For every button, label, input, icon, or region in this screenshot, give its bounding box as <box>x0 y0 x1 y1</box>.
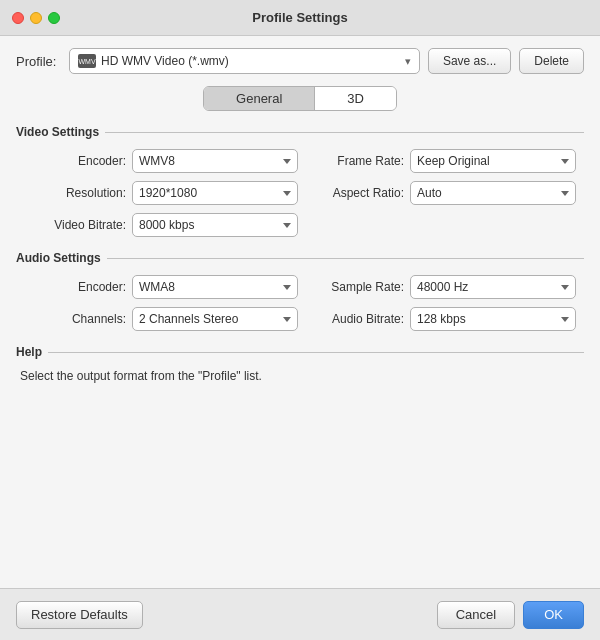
resolution-select[interactable]: 1920*1080 <box>132 181 298 205</box>
audio-section-line <box>107 258 584 259</box>
frame-rate-select[interactable]: Keep Original <box>410 149 576 173</box>
frame-rate-row: Frame Rate: Keep Original <box>314 149 576 173</box>
video-settings-grid: Encoder: WMV8 Frame Rate: Keep Original … <box>16 149 584 237</box>
audio-bitrate-row: Audio Bitrate: 128 kbps <box>314 307 576 331</box>
title-bar: Profile Settings <box>0 0 600 36</box>
video-settings-title: Video Settings <box>16 125 99 139</box>
audio-encoder-select[interactable]: WMA8 <box>132 275 298 299</box>
profile-value: HD WMV Video (*.wmv) <box>101 54 229 68</box>
video-bitrate-select[interactable]: 8000 kbps <box>132 213 298 237</box>
audio-bitrate-select[interactable]: 128 kbps <box>410 307 576 331</box>
tab-general[interactable]: General <box>204 87 315 110</box>
audio-encoder-row: Encoder: WMA8 <box>36 275 298 299</box>
frame-rate-label: Frame Rate: <box>314 154 404 168</box>
wmv-icon: WMV <box>78 54 96 68</box>
video-bitrate-label: Video Bitrate: <box>36 218 126 232</box>
help-section-line <box>48 352 584 353</box>
sample-rate-select[interactable]: 48000 Hz <box>410 275 576 299</box>
audio-bitrate-label: Audio Bitrate: <box>314 312 404 326</box>
audio-encoder-label: Encoder: <box>36 280 126 294</box>
profile-select[interactable]: WMV HD WMV Video (*.wmv) <box>69 48 420 74</box>
video-encoder-label: Encoder: <box>36 154 126 168</box>
channels-label: Channels: <box>36 312 126 326</box>
aspect-ratio-label: Aspect Ratio: <box>314 186 404 200</box>
audio-settings-header: Audio Settings <box>16 251 584 265</box>
main-content: Profile: WMV HD WMV Video (*.wmv) Save a… <box>0 36 600 588</box>
close-button[interactable] <box>12 12 24 24</box>
video-section-line <box>105 132 584 133</box>
maximize-button[interactable] <box>48 12 60 24</box>
sample-rate-row: Sample Rate: 48000 Hz <box>314 275 576 299</box>
channels-select[interactable]: 2 Channels Stereo <box>132 307 298 331</box>
aspect-ratio-row: Aspect Ratio: Auto <box>314 181 576 205</box>
audio-settings-title: Audio Settings <box>16 251 101 265</box>
save-as-button[interactable]: Save as... <box>428 48 511 74</box>
tab-3d[interactable]: 3D <box>315 87 396 110</box>
tabs-row: General 3D <box>16 86 584 111</box>
ok-button[interactable]: OK <box>523 601 584 629</box>
resolution-row: Resolution: 1920*1080 <box>36 181 298 205</box>
help-text: Select the output format from the "Profi… <box>16 369 584 383</box>
help-title: Help <box>16 345 42 359</box>
help-header: Help <box>16 345 584 359</box>
minimize-button[interactable] <box>30 12 42 24</box>
video-settings-section: Video Settings Encoder: WMV8 Frame Rate:… <box>16 125 584 237</box>
video-settings-header: Video Settings <box>16 125 584 139</box>
channels-row: Channels: 2 Channels Stereo <box>36 307 298 331</box>
audio-settings-section: Audio Settings Encoder: WMA8 Sample Rate… <box>16 251 584 331</box>
bottom-bar: Restore Defaults Cancel OK <box>0 588 600 640</box>
video-encoder-select[interactable]: WMV8 <box>132 149 298 173</box>
profile-label: Profile: <box>16 54 61 69</box>
traffic-lights <box>12 12 60 24</box>
delete-button[interactable]: Delete <box>519 48 584 74</box>
bottom-right-buttons: Cancel OK <box>437 601 584 629</box>
resolution-label: Resolution: <box>36 186 126 200</box>
video-encoder-row: Encoder: WMV8 <box>36 149 298 173</box>
window-title: Profile Settings <box>252 10 347 25</box>
aspect-ratio-select[interactable]: Auto <box>410 181 576 205</box>
sample-rate-label: Sample Rate: <box>314 280 404 294</box>
tab-group: General 3D <box>203 86 397 111</box>
restore-defaults-button[interactable]: Restore Defaults <box>16 601 143 629</box>
profile-row: Profile: WMV HD WMV Video (*.wmv) Save a… <box>16 48 584 74</box>
video-bitrate-row: Video Bitrate: 8000 kbps <box>36 213 298 237</box>
help-section: Help Select the output format from the "… <box>16 345 584 383</box>
audio-settings-grid: Encoder: WMA8 Sample Rate: 48000 Hz Chan… <box>16 275 584 331</box>
cancel-button[interactable]: Cancel <box>437 601 515 629</box>
